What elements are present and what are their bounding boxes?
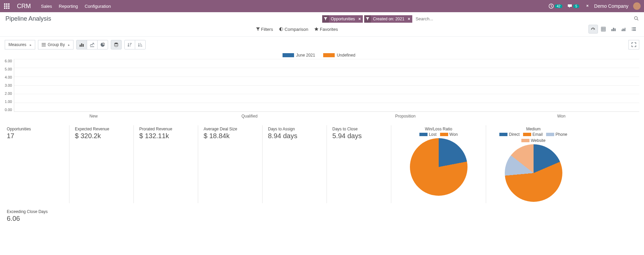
user-avatar[interactable]	[633, 2, 641, 10]
y-tick: 3.00	[5, 83, 12, 87]
kpi-label: Prorated Revenue	[139, 127, 192, 131]
search-options: Filters Comparison Favorites	[256, 27, 338, 32]
x-axis: NewQualifiedPropositionWon	[16, 112, 639, 119]
winloss-legend: LostWon	[397, 132, 480, 137]
facet-created-on: Created on: 2021 ×	[364, 15, 412, 23]
svg-rect-13	[601, 27, 605, 31]
svg-rect-34	[80, 45, 81, 47]
svg-rect-36	[83, 44, 84, 47]
facet-remove[interactable]: ×	[356, 17, 363, 21]
y-tick: 5.00	[5, 67, 12, 71]
search-icon[interactable]	[634, 16, 639, 22]
activity-icon[interactable]: 42	[548, 3, 562, 9]
menu-reporting[interactable]: Reporting	[59, 4, 78, 9]
medium-title: Medium	[492, 127, 575, 131]
winloss-pie	[410, 138, 468, 196]
favorites-dropdown[interactable]: Favorites	[314, 27, 338, 32]
messaging-icon[interactable]: 5	[567, 3, 579, 9]
svg-rect-28	[633, 29, 636, 29]
view-graph[interactable]	[609, 25, 618, 34]
legend-label: Email	[533, 132, 543, 137]
pie-legend-entry[interactable]: Email	[523, 132, 543, 137]
svg-rect-21	[622, 29, 622, 31]
svg-rect-19	[613, 28, 614, 31]
pie-legend-entry[interactable]: Website	[521, 138, 545, 143]
view-list[interactable]	[629, 25, 639, 34]
kpi-value: 6.06	[7, 215, 634, 222]
comparison-dropdown[interactable]: Comparison	[279, 27, 308, 32]
y-axis: 6.005.004.003.002.001.000.00	[5, 59, 14, 112]
filters-dropdown[interactable]: Filters	[256, 27, 273, 32]
search-input[interactable]	[414, 15, 634, 23]
kpi-value: 5.94 days	[332, 132, 386, 140]
chart-legend: June 2021Undefined	[5, 53, 639, 58]
y-tick: 1.00	[5, 100, 12, 104]
svg-rect-22	[623, 28, 623, 31]
pie-legend-entry[interactable]: Phone	[546, 132, 567, 137]
company-name[interactable]: Demo Company	[594, 3, 628, 9]
kpi-label: Days to Assign	[268, 127, 321, 131]
svg-rect-26	[633, 27, 636, 28]
legend-label: Direct	[509, 132, 519, 137]
kpi-value: 17	[7, 132, 64, 140]
svg-rect-1	[6, 3, 7, 5]
message-count: 5	[573, 4, 579, 8]
kpi-value: $ 18.84k	[204, 132, 257, 140]
svg-rect-4	[6, 5, 7, 7]
groupby-label: Group By	[48, 42, 65, 47]
legend-swatch	[323, 53, 335, 57]
svg-rect-18	[611, 29, 612, 31]
kpi-value: 8.94 days	[268, 132, 321, 140]
legend-swatch	[521, 139, 529, 142]
measures-button[interactable]: Measures	[5, 40, 35, 49]
sort-asc-button[interactable]	[135, 40, 146, 49]
line-chart-button[interactable]	[87, 40, 98, 49]
control-panel: Pipeline Analysis Opportunities × Create…	[0, 12, 644, 37]
app-brand: CRM	[17, 3, 31, 10]
medium-cell: Medium DirectEmailPhoneWebsite	[486, 125, 581, 203]
sort-desc-button[interactable]	[124, 40, 135, 49]
expand-button[interactable]	[628, 40, 639, 49]
medium-legend: DirectEmailPhoneWebsite	[492, 132, 575, 143]
apps-icon[interactable]	[3, 3, 10, 9]
plot-area	[14, 59, 639, 112]
svg-rect-0	[4, 3, 5, 5]
svg-rect-5	[8, 5, 9, 7]
kpi-value: $ 320.2k	[75, 132, 128, 140]
facet-opportunities: Opportunities ×	[322, 15, 363, 23]
svg-rect-8	[8, 7, 9, 9]
favorites-label: Favorites	[320, 27, 338, 32]
control-panel-row1: Pipeline Analysis Opportunities × Create…	[5, 15, 639, 23]
funnel-icon	[364, 15, 371, 23]
legend-label: Website	[531, 138, 545, 143]
menu-configuration[interactable]: Configuration	[85, 4, 111, 9]
groupby-button[interactable]: Group By	[38, 40, 74, 49]
menu-sales[interactable]: Sales	[41, 4, 52, 9]
view-pivot[interactable]	[599, 25, 608, 34]
graph-toolbar: Measures Group By	[0, 37, 644, 53]
legend-label[interactable]: Undefined	[337, 53, 355, 58]
pie-legend-entry[interactable]: Lost	[419, 132, 437, 137]
stacked-button[interactable]	[111, 40, 122, 49]
view-dashboard[interactable]	[588, 25, 598, 34]
funnel-icon	[322, 15, 329, 23]
pie-chart-button[interactable]	[97, 40, 108, 49]
facet-label: Opportunities	[329, 17, 356, 21]
legend-label[interactable]: June 2021	[296, 53, 315, 58]
kpi-cell: Days to Assign8.94 days	[262, 125, 327, 203]
bar-chart-button[interactable]	[76, 40, 87, 49]
pie-legend-entry[interactable]: Direct	[499, 132, 519, 137]
view-cohort[interactable]	[619, 25, 628, 34]
pie-legend-entry[interactable]: Won	[440, 132, 458, 137]
y-tick: 4.00	[5, 75, 12, 79]
page-title: Pipeline Analysis	[5, 15, 51, 22]
svg-rect-24	[625, 28, 625, 31]
facet-remove[interactable]: ×	[406, 17, 412, 21]
svg-rect-20	[615, 28, 616, 31]
kpi-label: Average Deal Size	[204, 127, 257, 131]
legend-swatch	[499, 133, 507, 136]
debug-icon[interactable]	[584, 3, 589, 9]
view-switcher	[588, 25, 639, 34]
kpi-cell: Days to Close5.94 days	[327, 125, 391, 203]
svg-point-37	[115, 43, 118, 44]
